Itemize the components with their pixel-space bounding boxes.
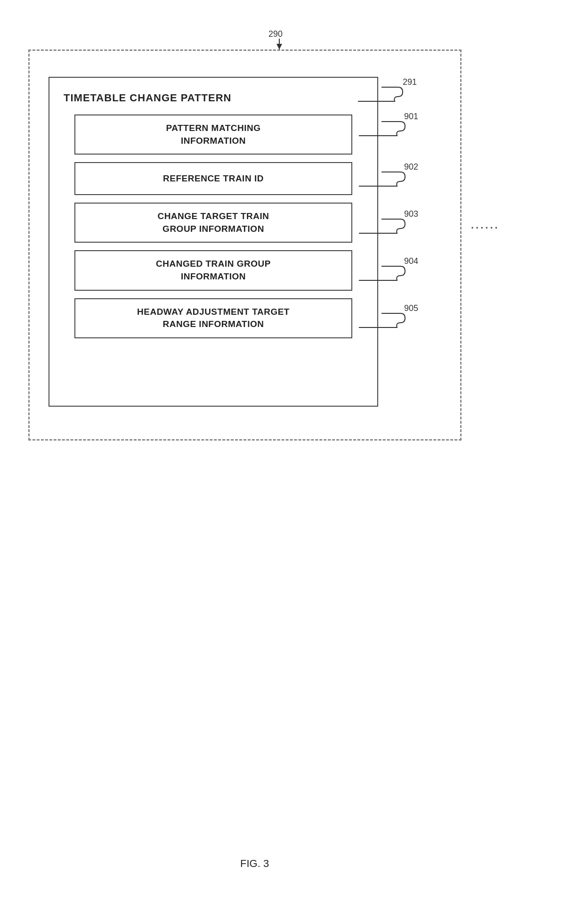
- field-901: PATTERN MATCHINGINFORMATION: [74, 114, 352, 155]
- page-container: 290 TIMETABLE CHANGE PATTERN PATTERN MAT…: [0, 0, 584, 924]
- inner-solid-box: TIMETABLE CHANGE PATTERN PATTERN MATCHIN…: [49, 77, 378, 407]
- outer-dashed-box: TIMETABLE CHANGE PATTERN PATTERN MATCHIN…: [28, 49, 462, 441]
- figure-label: FIG. 3: [240, 858, 269, 870]
- timetable-title: TIMETABLE CHANGE PATTERN: [59, 92, 368, 104]
- field-901-text: PATTERN MATCHINGINFORMATION: [166, 122, 260, 147]
- field-903-text: CHANGE TARGET TRAINGROUP INFORMATION: [157, 210, 269, 235]
- svg-marker-1: [276, 44, 282, 49]
- field-905-text: HEADWAY ADJUSTMENT TARGETRANGE INFORMATI…: [137, 306, 290, 331]
- field-902: REFERENCE TRAIN ID: [74, 162, 352, 195]
- field-903: CHANGE TARGET TRAINGROUP INFORMATION: [74, 203, 352, 243]
- field-904: CHANGED TRAIN GROUPINFORMATION: [74, 250, 352, 290]
- field-902-text: REFERENCE TRAIN ID: [163, 172, 264, 185]
- ref-290: 290: [268, 29, 283, 39]
- field-904-text: CHANGED TRAIN GROUPINFORMATION: [156, 258, 271, 283]
- dots-label: ......: [471, 219, 500, 231]
- field-905: HEADWAY ADJUSTMENT TARGETRANGE INFORMATI…: [74, 298, 352, 338]
